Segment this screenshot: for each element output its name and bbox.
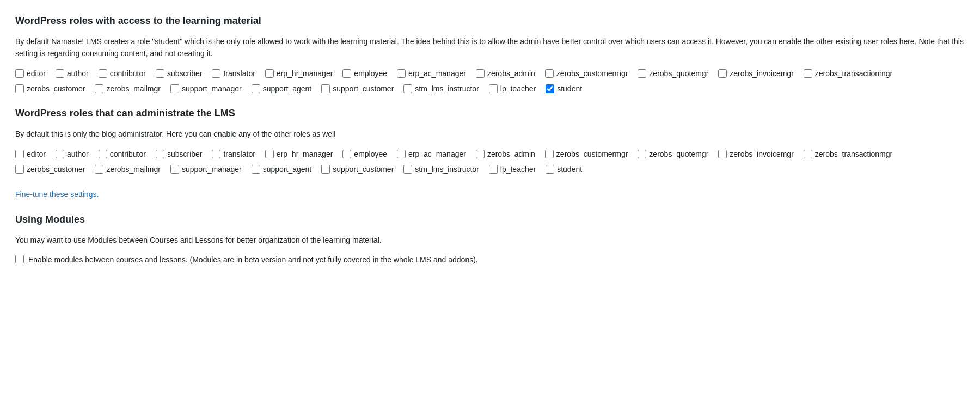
- label-zerobs_mailmgr[interactable]: zerobs_mailmgr: [106, 83, 161, 95]
- checkbox-employee[interactable]: [342, 69, 351, 78]
- checkbox-zerobs_mailmgr[interactable]: [95, 84, 103, 93]
- checkbox-zerobs_invoicemgr[interactable]: [718, 150, 727, 158]
- checkbox-translator[interactable]: [212, 150, 220, 158]
- label-erp_ac_manager[interactable]: erp_ac_manager: [408, 148, 466, 160]
- role-item: zerobs_mailmgr: [95, 83, 161, 95]
- checkbox-zerobs_admin[interactable]: [476, 69, 485, 78]
- checkbox-zerobs_invoicemgr[interactable]: [718, 69, 727, 78]
- checkbox-zerobs_transactionmgr[interactable]: [804, 69, 812, 78]
- label-translator[interactable]: translator: [223, 148, 255, 160]
- checkbox-erp_hr_manager[interactable]: [265, 150, 274, 158]
- checkbox-stm_lms_instructor[interactable]: [403, 165, 412, 174]
- checkbox-erp_ac_manager[interactable]: [397, 69, 406, 78]
- section-3-description: You may want to use Modules between Cour…: [15, 234, 965, 246]
- checkbox-translator[interactable]: [212, 69, 220, 78]
- label-zerobs_customermgr[interactable]: zerobs_customermgr: [556, 148, 628, 160]
- checkbox-zerobs_customermgr[interactable]: [545, 69, 554, 78]
- label-contributor[interactable]: contributor: [110, 148, 146, 160]
- label-translator[interactable]: translator: [223, 67, 255, 79]
- role-item: lp_teacher: [489, 83, 536, 95]
- label-erp_hr_manager[interactable]: erp_hr_manager: [277, 148, 333, 160]
- checkbox-support_customer[interactable]: [321, 165, 330, 174]
- label-support_manager[interactable]: support_manager: [182, 83, 242, 95]
- checkbox-subscriber[interactable]: [156, 69, 164, 78]
- label-zerobs_invoicemgr[interactable]: zerobs_invoicemgr: [730, 67, 794, 79]
- label-subscriber[interactable]: subscriber: [167, 148, 203, 160]
- checkbox-support_manager[interactable]: [170, 165, 179, 174]
- label-author[interactable]: author: [67, 148, 89, 160]
- fine-tune-link[interactable]: Fine-tune these settings.: [15, 188, 99, 200]
- checkbox-erp_hr_manager[interactable]: [265, 69, 274, 78]
- role-item: translator: [212, 67, 255, 79]
- checkbox-stm_lms_instructor[interactable]: [403, 84, 412, 93]
- checkbox-support_agent[interactable]: [252, 165, 260, 174]
- role-item: zerobs_quotemgr: [638, 148, 708, 160]
- checkbox-zerobs_quotemgr[interactable]: [638, 150, 646, 158]
- checkbox-student[interactable]: [546, 165, 554, 174]
- label-zerobs_transactionmgr[interactable]: zerobs_transactionmgr: [815, 148, 892, 160]
- checkbox-author[interactable]: [56, 150, 64, 158]
- checkbox-author[interactable]: [56, 69, 64, 78]
- role-item: zerobs_mailmgr: [95, 163, 161, 175]
- role-item: stm_lms_instructor: [403, 163, 479, 175]
- checkbox-contributor[interactable]: [99, 150, 107, 158]
- label-support_manager[interactable]: support_manager: [182, 163, 242, 175]
- label-stm_lms_instructor[interactable]: stm_lms_instructor: [415, 163, 479, 175]
- role-item: erp_ac_manager: [397, 67, 466, 79]
- label-stm_lms_instructor[interactable]: stm_lms_instructor: [415, 83, 479, 95]
- checkbox-lp_teacher[interactable]: [489, 84, 498, 93]
- label-zerobs_customermgr[interactable]: zerobs_customermgr: [556, 67, 628, 79]
- label-zerobs_mailmgr[interactable]: zerobs_mailmgr: [106, 163, 161, 175]
- label-zerobs_customer[interactable]: zerobs_customer: [27, 163, 85, 175]
- label-editor[interactable]: editor: [27, 67, 46, 79]
- label-erp_ac_manager[interactable]: erp_ac_manager: [408, 67, 466, 79]
- label-editor[interactable]: editor: [27, 148, 46, 160]
- checkbox-zerobs_customer[interactable]: [15, 84, 24, 93]
- checkbox-zerobs_customer[interactable]: [15, 165, 24, 174]
- checkbox-employee[interactable]: [342, 150, 351, 158]
- checkbox-editor[interactable]: [15, 150, 24, 158]
- label-zerobs_quotemgr[interactable]: zerobs_quotemgr: [649, 148, 708, 160]
- checkbox-student[interactable]: [546, 84, 554, 93]
- label-erp_hr_manager[interactable]: erp_hr_manager: [277, 67, 333, 79]
- label-zerobs_quotemgr[interactable]: zerobs_quotemgr: [649, 67, 708, 79]
- label-support_agent[interactable]: support_agent: [263, 83, 312, 95]
- checkbox-zerobs_quotemgr[interactable]: [638, 69, 646, 78]
- label-support_customer[interactable]: support_customer: [333, 83, 394, 95]
- checkbox-support_manager[interactable]: [170, 84, 179, 93]
- role-item: contributor: [99, 148, 146, 160]
- label-contributor[interactable]: contributor: [110, 67, 146, 79]
- label-student[interactable]: student: [557, 83, 582, 95]
- checkbox-lp_teacher[interactable]: [489, 165, 498, 174]
- section-3: Using Modules You may want to use Module…: [15, 212, 965, 266]
- checkbox-zerobs_customermgr[interactable]: [545, 150, 554, 158]
- label-student[interactable]: student: [557, 163, 582, 175]
- checkbox-support_agent[interactable]: [252, 84, 260, 93]
- label-lp_teacher[interactable]: lp_teacher: [500, 83, 536, 95]
- label-zerobs_invoicemgr[interactable]: zerobs_invoicemgr: [730, 148, 794, 160]
- label-zerobs_transactionmgr[interactable]: zerobs_transactionmgr: [815, 67, 892, 79]
- enable-modules-label[interactable]: Enable modules between courses and lesso…: [28, 254, 478, 266]
- label-zerobs_admin[interactable]: zerobs_admin: [487, 67, 535, 79]
- checkbox-subscriber[interactable]: [156, 150, 164, 158]
- checkbox-erp_ac_manager[interactable]: [397, 150, 406, 158]
- label-lp_teacher[interactable]: lp_teacher: [500, 163, 536, 175]
- role-item: editor: [15, 148, 46, 160]
- label-subscriber[interactable]: subscriber: [167, 67, 203, 79]
- label-support_agent[interactable]: support_agent: [263, 163, 312, 175]
- section-1-title: WordPress roles with access to the learn…: [15, 13, 965, 29]
- label-zerobs_customer[interactable]: zerobs_customer: [27, 83, 85, 95]
- label-support_customer[interactable]: support_customer: [333, 163, 394, 175]
- label-employee[interactable]: employee: [354, 67, 387, 79]
- checkbox-support_customer[interactable]: [321, 84, 330, 93]
- enable-modules-checkbox[interactable]: [15, 255, 24, 263]
- section-2-roles: editorauthorcontributorsubscribertransla…: [15, 148, 965, 176]
- label-author[interactable]: author: [67, 67, 89, 79]
- checkbox-contributor[interactable]: [99, 69, 107, 78]
- checkbox-zerobs_admin[interactable]: [476, 150, 485, 158]
- checkbox-zerobs_transactionmgr[interactable]: [804, 150, 812, 158]
- checkbox-zerobs_mailmgr[interactable]: [95, 165, 103, 174]
- label-employee[interactable]: employee: [354, 148, 387, 160]
- label-zerobs_admin[interactable]: zerobs_admin: [487, 148, 535, 160]
- checkbox-editor[interactable]: [15, 69, 24, 78]
